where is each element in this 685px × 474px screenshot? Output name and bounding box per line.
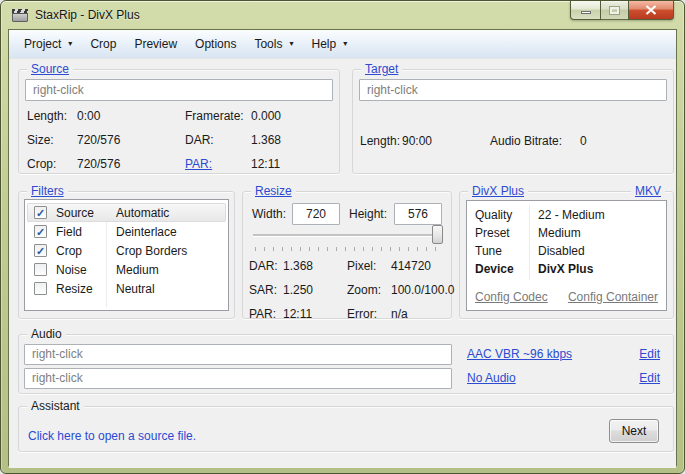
menu-tools[interactable]: Tools ▾ xyxy=(245,33,302,55)
codec-setting-name: Preset xyxy=(475,226,510,240)
codec-group: DivX Plus MKV Quality 22 - Medium Preset… xyxy=(459,191,674,319)
codec-row-preset[interactable]: Preset Medium xyxy=(467,224,666,242)
titlebar[interactable]: StaxRip - DivX Plus xyxy=(1,1,684,29)
target-audio-bitrate-label: Audio Bitrate: xyxy=(490,134,580,148)
filter-name: Noise xyxy=(56,263,87,277)
source-path-input[interactable] xyxy=(25,79,333,101)
filter-name: Source xyxy=(56,206,94,220)
window-title: StaxRip - DivX Plus xyxy=(35,8,140,22)
resize-error-value: n/a xyxy=(391,307,454,321)
close-button[interactable] xyxy=(628,1,674,20)
app-icon xyxy=(12,9,28,22)
resize-group: Resize Width: Height: DAR: 1.368 Pixel: … xyxy=(242,191,452,319)
source-par-link[interactable]: PAR: xyxy=(185,157,251,171)
width-label: Width: xyxy=(252,207,286,221)
filter-name: Field xyxy=(56,225,82,239)
filter-row-noise[interactable]: Noise Medium xyxy=(27,260,226,279)
menu-help[interactable]: Help ▾ xyxy=(302,33,356,55)
filter-checkbox-field[interactable]: ✓ xyxy=(34,225,47,238)
filters-group: Filters ✓ Source Automatic ✓ Field Deint… xyxy=(18,191,235,319)
filter-checkbox-resize[interactable] xyxy=(34,282,47,295)
filters-link[interactable]: Filters xyxy=(27,184,68,199)
menu-project[interactable]: Project ▾ xyxy=(15,33,81,55)
resize-dar-value: 1.368 xyxy=(283,259,347,273)
resize-slider-ticks xyxy=(255,247,438,251)
codec-setting-name: Device xyxy=(475,262,514,276)
source-dar-value: 1.368 xyxy=(251,133,335,147)
codec-row-quality[interactable]: Quality 22 - Medium xyxy=(467,206,666,224)
target-path-wrap xyxy=(359,79,667,101)
resize-error-label: Error: xyxy=(347,307,391,321)
target-path-input[interactable] xyxy=(359,79,667,101)
audio-track1-edit-link[interactable]: Edit xyxy=(639,347,660,361)
source-par-value: 12:11 xyxy=(251,157,335,171)
codec-setting-name: Tune xyxy=(475,244,502,258)
filter-value: Deinterlace xyxy=(116,225,177,239)
config-codec-link[interactable]: Config Codec xyxy=(475,290,548,304)
filter-row-field[interactable]: ✓ Field Deinterlace xyxy=(27,222,226,241)
menu-preview[interactable]: Preview xyxy=(125,33,186,55)
source-size-label: Size: xyxy=(27,133,77,147)
assistant-group: Assistant Click here to open a source fi… xyxy=(18,406,674,452)
filter-value: Automatic xyxy=(116,206,169,220)
source-group: Source Length: 0:00 Framerate: 0.000 Siz… xyxy=(18,69,340,174)
resize-par-value: 12:11 xyxy=(283,307,347,321)
minimize-button[interactable] xyxy=(570,1,601,20)
target-length-label: Length: xyxy=(360,134,402,148)
target-length-value: 90:00 xyxy=(402,134,490,148)
maximize-icon xyxy=(610,7,619,14)
app-window: StaxRip - DivX Plus Project ▾ Crop Previ… xyxy=(0,0,685,474)
resize-sar-label: SAR: xyxy=(249,283,283,297)
audio-track2-input[interactable] xyxy=(24,368,452,389)
audio-group: Audio AAC VBR ~96 kbps Edit No Audio Edi… xyxy=(18,334,674,394)
resize-link[interactable]: Resize xyxy=(251,184,296,199)
resize-slider-track[interactable] xyxy=(253,234,440,236)
filter-value: Medium xyxy=(116,263,159,277)
container-link[interactable]: MKV xyxy=(631,184,665,199)
menu-preview-label: Preview xyxy=(134,37,177,51)
codec-row-device[interactable]: Device DivX Plus xyxy=(467,260,666,278)
audio-track1-profile-link[interactable]: AAC VBR ~96 kbps xyxy=(467,347,572,361)
menu-crop[interactable]: Crop xyxy=(81,33,125,55)
filter-row-crop[interactable]: ✓ Crop Crop Borders xyxy=(27,241,226,260)
resize-pixel-value: 414720 xyxy=(391,259,454,273)
menu-options-label: Options xyxy=(195,37,236,51)
codec-config-links: Config Codec Config Container xyxy=(475,290,658,304)
source-dar-label: DAR: xyxy=(185,133,251,147)
audio-track-row-1: AAC VBR ~96 kbps Edit xyxy=(24,343,668,365)
target-link[interactable]: Target xyxy=(361,62,402,77)
assistant-message-link[interactable]: Click here to open a source file. xyxy=(28,429,196,443)
filter-row-resize[interactable]: Resize Neutral xyxy=(27,279,226,298)
dropdown-arrow-icon: ▾ xyxy=(289,40,293,48)
source-framerate-label: Framerate: xyxy=(185,109,251,123)
codec-settings-box: Quality 22 - Medium Preset Medium Tune D… xyxy=(466,200,667,311)
audio-track1-input[interactable] xyxy=(24,344,452,365)
resize-par-label: PAR: xyxy=(249,307,283,321)
audio-group-label: Audio xyxy=(27,327,66,342)
filter-checkbox-noise[interactable] xyxy=(34,263,47,276)
resize-pixel-label: Pixel: xyxy=(347,259,391,273)
config-container-link[interactable]: Config Container xyxy=(568,290,658,304)
codec-setting-value: Disabled xyxy=(538,244,585,258)
menubar: Project ▾ Crop Preview Options Tools ▾ H… xyxy=(9,30,676,59)
source-crop-value: 720/576 xyxy=(77,157,185,171)
client-area: Source Length: 0:00 Framerate: 0.000 Siz… xyxy=(9,59,676,468)
width-input[interactable] xyxy=(292,203,340,225)
audio-track2-profile-link[interactable]: No Audio xyxy=(467,371,516,385)
resize-zoom-label: Zoom: xyxy=(347,283,391,297)
audio-track2-edit-link[interactable]: Edit xyxy=(639,371,660,385)
codec-link[interactable]: DivX Plus xyxy=(468,184,528,199)
menu-options[interactable]: Options xyxy=(186,33,245,55)
filter-row-source[interactable]: ✓ Source Automatic xyxy=(27,203,226,222)
window-content: Project ▾ Crop Preview Options Tools ▾ H… xyxy=(8,29,677,466)
codec-row-tune[interactable]: Tune Disabled xyxy=(467,242,666,260)
source-link[interactable]: Source xyxy=(27,62,73,77)
filter-checkbox-crop[interactable]: ✓ xyxy=(34,244,47,257)
resize-stats: DAR: 1.368 Pixel: 414720 SAR: 1.250 Zoom… xyxy=(249,254,449,326)
next-button[interactable]: Next xyxy=(609,419,659,443)
maximize-button[interactable] xyxy=(601,1,628,20)
resize-sar-value: 1.250 xyxy=(283,283,347,297)
resize-slider-thumb[interactable] xyxy=(432,225,443,244)
height-input[interactable] xyxy=(394,203,442,225)
filter-checkbox-source[interactable]: ✓ xyxy=(34,206,47,219)
